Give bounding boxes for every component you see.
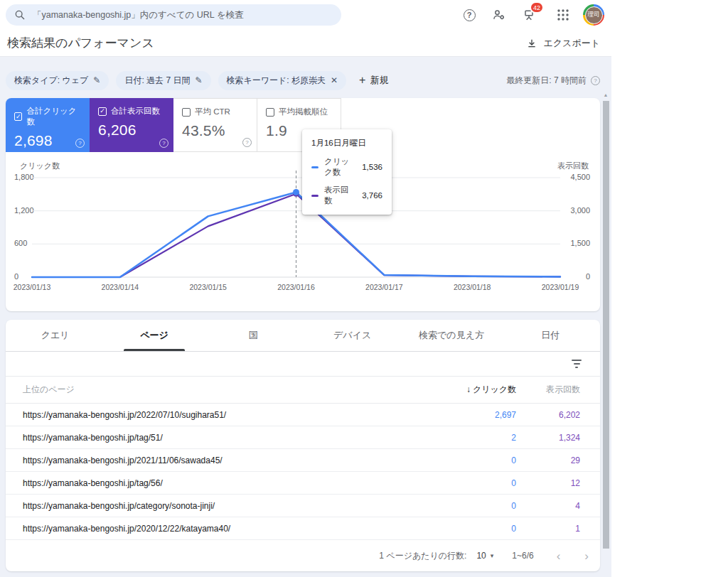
page-url-link[interactable]: https://yamanaka-bengoshi.jp/2020/12/22/… <box>6 524 431 534</box>
chip-label: 検索キーワード: 杉原崇夫 <box>227 75 326 87</box>
checkbox-checked-icon[interactable]: ✓ <box>98 107 107 116</box>
close-icon[interactable]: ✕ <box>331 75 338 85</box>
metric-tile-average-ctr[interactable]: 平均 CTR 43.5% ? <box>173 98 257 152</box>
page-header: 検索結果のパフォーマンス エクスポート <box>0 30 611 57</box>
avatar-initials: 理司 <box>585 6 603 24</box>
page-title: 検索結果のパフォーマンス <box>7 35 154 51</box>
tooltip-date: 1月16日月曜日 <box>311 138 382 149</box>
table-header: 上位のページ ↓クリック数 表示回数 <box>6 377 600 404</box>
metric-tile-total-impressions[interactable]: ✓ 合計表示回数 6,206 ? <box>90 98 173 152</box>
dimensions-table-card: クエリ ページ 国 デバイス 検索での見え方 日付 上位のページ ↓クリック数 … <box>6 320 600 571</box>
edit-icon: ✎ <box>93 75 100 85</box>
clicks-legend-dash <box>311 166 318 168</box>
sort-desc-icon: ↓ <box>466 384 471 394</box>
performance-chart-card: ✓ 合計クリック数 2,698 ? ✓ 合計表示回数 6,206 ? 平均 CT… <box>6 98 600 311</box>
tab-dates[interactable]: 日付 <box>501 320 600 351</box>
filter-chip-search-type[interactable]: 検索タイプ: ウェブ ✎ <box>6 71 109 90</box>
column-header-impressions[interactable]: 表示回数 <box>516 384 600 396</box>
checkbox-unchecked-icon[interactable] <box>182 108 191 117</box>
x-axis-label: 2023/01/17 <box>355 283 412 291</box>
user-settings-button[interactable] <box>491 6 508 23</box>
page-url-link[interactable]: https://yamanaka-bengoshi.jp/2022/07/10/… <box>6 410 431 420</box>
page-url-link[interactable]: https://yamanaka-bengoshi.jp/category/so… <box>6 501 431 511</box>
clicks-value: 0 <box>431 478 516 488</box>
tab-search-appearance[interactable]: 検索での見え方 <box>402 320 500 351</box>
apps-grid-icon <box>557 9 569 21</box>
metric-value: 6,206 <box>98 122 165 139</box>
export-button[interactable]: エクスポート <box>526 37 600 50</box>
chip-label: 検索タイプ: ウェブ <box>14 75 88 87</box>
account-avatar[interactable]: 理司 <box>583 4 604 26</box>
download-icon <box>526 38 537 49</box>
metric-label: 平均掲載順位 <box>279 107 328 117</box>
help-icon: ? <box>464 9 476 21</box>
clicks-line <box>32 193 560 278</box>
table-row: https://yamanaka-bengoshi.jp/2020/12/22/… <box>6 517 600 540</box>
tab-queries[interactable]: クエリ <box>6 320 105 351</box>
impressions-value: 1 <box>516 524 600 534</box>
x-axis-label: 2023/01/18 <box>444 283 500 291</box>
new-filter-label: 新規 <box>370 74 388 87</box>
last-updated: 最終更新日: 7 時間前 ? <box>506 75 600 87</box>
table-row: https://yamanaka-bengoshi.jp/2021/11/06/… <box>6 449 600 472</box>
table-row: https://yamanaka-bengoshi.jp/category/so… <box>6 495 600 517</box>
clicks-value: 0 <box>431 455 516 465</box>
checkbox-checked-icon[interactable]: ✓ <box>14 112 22 121</box>
rows-per-page-select[interactable]: 10 ▾ <box>476 551 493 561</box>
metric-tile-total-clicks[interactable]: ✓ 合計クリック数 2,698 ? <box>6 98 90 152</box>
url-inspect-input[interactable] <box>33 10 333 20</box>
table-row: https://yamanaka-bengoshi.jp/2022/07/10/… <box>6 404 600 426</box>
new-filter-button[interactable]: + 新規 <box>359 74 388 87</box>
checkbox-unchecked-icon[interactable] <box>266 108 274 117</box>
impressions-legend-dash <box>311 195 318 197</box>
x-axis-label: 2023/01/19 <box>532 283 589 291</box>
x-axis-label: 2023/01/16 <box>268 283 325 291</box>
next-page-button[interactable]: › <box>584 550 589 562</box>
rows-per-page-label: 1 ページあたりの行数: <box>379 550 466 562</box>
filter-chip-date[interactable]: 日付: 過去 7 日間 ✎ <box>116 71 210 90</box>
dimension-tabs: クエリ ページ 国 デバイス 検索での見え方 日付 <box>6 320 600 352</box>
x-axis-label: 2023/01/13 <box>4 283 60 291</box>
help-button[interactable]: ? <box>461 6 478 23</box>
previous-page-button[interactable]: ‹ <box>557 550 561 562</box>
filter-chip-keyword[interactable]: 検索キーワード: 杉原崇夫 ✕ <box>218 71 347 90</box>
page-url-link[interactable]: https://yamanaka-bengoshi.jp/2021/11/06/… <box>6 455 431 465</box>
table-body: https://yamanaka-bengoshi.jp/2022/07/10/… <box>6 404 600 540</box>
page-url-link[interactable]: https://yamanaka-bengoshi.jp/tag/56/ <box>6 478 431 488</box>
impressions-value: 6,202 <box>516 410 600 420</box>
user-gear-icon <box>492 8 506 22</box>
tab-pages[interactable]: ページ <box>105 320 203 351</box>
search-console-app: ? 42 <box>0 0 611 577</box>
table-row: https://yamanaka-bengoshi.jp/tag/56/012 <box>6 472 600 495</box>
impressions-value: 29 <box>516 455 600 465</box>
url-inspect-searchbar[interactable] <box>6 4 341 26</box>
help-icon[interactable]: ? <box>75 139 85 148</box>
table-filter-row <box>6 352 600 377</box>
x-axis-label: 2023/01/14 <box>92 283 149 291</box>
column-header-clicks[interactable]: ↓クリック数 <box>431 384 516 396</box>
page-url-link[interactable]: https://yamanaka-bengoshi.jp/tag/51/ <box>6 433 431 443</box>
scrollbar-thumb[interactable] <box>603 101 609 549</box>
vertical-scrollbar[interactable]: ▲ <box>601 91 610 577</box>
filter-icon[interactable] <box>569 357 584 371</box>
apps-grid-button[interactable] <box>555 6 572 23</box>
help-icon[interactable]: ? <box>591 76 600 85</box>
metric-label: 平均 CTR <box>195 107 230 117</box>
column-header-page[interactable]: 上位のページ <box>6 384 431 396</box>
chip-label: 日付: 過去 7 日間 <box>124 75 190 87</box>
topbar: ? 42 <box>0 0 611 30</box>
search-icon <box>14 9 26 21</box>
metric-value: 43.5% <box>182 122 248 139</box>
notification-badge: 42 <box>530 1 544 14</box>
clicks-value: 0 <box>431 501 516 511</box>
help-icon[interactable]: ? <box>242 138 252 147</box>
message-center-button[interactable]: 42 <box>520 6 537 23</box>
tab-countries[interactable]: 国 <box>204 320 303 351</box>
impressions-value: 4 <box>516 501 600 511</box>
scroll-up-arrow-icon[interactable]: ▲ <box>601 91 610 99</box>
help-icon[interactable]: ? <box>159 139 168 148</box>
tooltip-label: 表示回数 <box>324 185 356 206</box>
impressions-value: 12 <box>516 478 600 488</box>
tab-devices[interactable]: デバイス <box>303 320 402 351</box>
metric-label: 合計表示回数 <box>111 106 160 117</box>
